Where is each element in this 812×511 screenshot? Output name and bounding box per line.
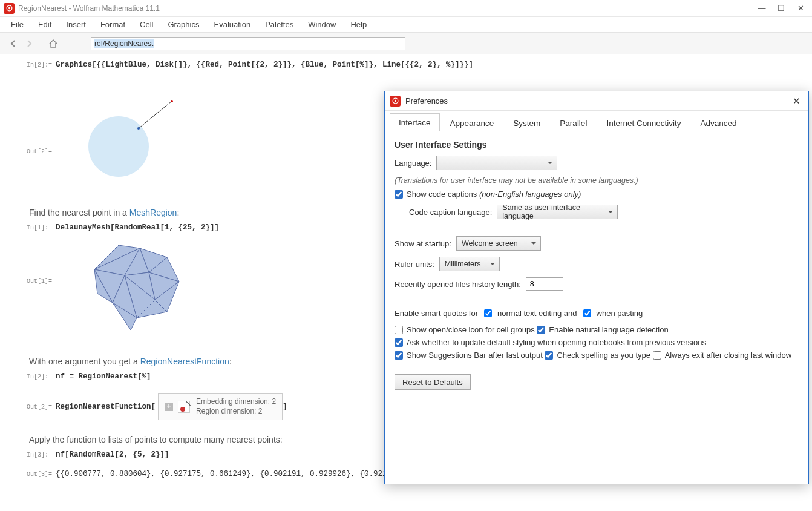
minimize-button[interactable]: — [758,4,766,13]
rnf-summary-box[interactable]: + Embedding dimension: 2 Region dimensio… [158,393,283,420]
back-button[interactable] [6,36,21,51]
menu-bar: File Edit Insert Format Cell Graphics Ev… [0,17,812,33]
out-label: Out[1]= [25,236,52,285]
in-label: In[3]:= [25,450,52,458]
show-captions-label: Show code captions (non-English language… [407,190,581,199]
svg-point-1 [137,127,140,130]
input-cell[interactable]: DelaunayMesh[RandomReal[1, {25, 2}]] [56,223,219,232]
always-exit-checkbox[interactable] [653,351,661,360]
menu-cell[interactable]: Cell [134,18,159,31]
out-label: Out[3]= [25,470,52,478]
forward-button[interactable] [22,36,36,51]
input-cell[interactable]: nf = RegionNearest[%] [56,372,151,381]
in-label: In[1]:= [25,223,52,231]
section-heading: User Interface Settings [395,140,799,150]
app-icon [4,3,15,14]
home-button[interactable] [46,36,61,51]
address-field[interactable]: ref/RegionNearest [91,37,405,50]
tab-interface[interactable]: Interface [390,113,440,131]
smart-quotes-label-b: normal text editing and [497,309,577,318]
window-title: RegionNearest - Wolfram Mathematica 11.1 [18,4,160,13]
startup-label: Show at startup: [395,239,451,248]
menu-edit[interactable]: Edit [32,18,57,31]
svg-line-0 [139,101,172,128]
app-icon [390,96,401,107]
reset-defaults-button[interactable]: Reset to Defaults [395,374,471,390]
input-cell[interactable]: Graphics[{{LightBlue, Disk[]}, {{Red, Po… [56,61,473,69]
address-value: ref/RegionNearest [94,39,154,48]
out-label: Out[2]= [25,403,52,410]
input-cell[interactable]: nf[RandomReal[2, {5, 2}]] [56,450,169,459]
close-button[interactable]: ✕ [796,4,805,13]
show-captions-checkbox[interactable] [395,190,403,199]
language-dropdown[interactable] [436,156,557,170]
dialog-close-button[interactable]: ✕ [789,96,804,107]
line-graphic [82,73,203,182]
smart-quotes-pasting-checkbox[interactable] [583,309,591,317]
suggestions-bar-checkbox[interactable] [395,351,403,360]
smart-quotes-label-c: when pasting [597,309,643,318]
natural-language-checkbox[interactable] [537,326,545,334]
tab-advanced[interactable]: Advanced [691,114,745,131]
expand-icon[interactable]: + [165,403,173,411]
tab-system[interactable]: System [504,114,549,131]
menu-window[interactable]: Window [302,18,342,31]
dialog-body: User Interface Settings Language: (Trans… [385,131,808,398]
menu-file[interactable]: File [5,18,30,31]
toolbar: ref/RegionNearest [0,33,812,54]
tab-parallel[interactable]: Parallel [551,114,596,131]
output-graphic-disk [82,73,203,182]
tab-appearance[interactable]: Appearance [441,114,503,131]
startup-dropdown[interactable]: Welcome screen [456,236,541,251]
regionnearestfunction-link[interactable]: RegionNearestFunction [140,357,229,366]
menu-evaluation[interactable]: Evaluation [208,18,257,31]
in-label: In[2]:= [25,61,52,68]
menu-graphics[interactable]: Graphics [162,18,205,31]
rnf-thumbnail-icon [178,401,190,413]
preferences-dialog: Preferences ✕ Interface Appearance Syste… [384,91,809,484]
update-styling-checkbox[interactable] [395,338,403,347]
smart-quotes-label-a: Enable smart quotes for [395,309,478,318]
menu-insert[interactable]: Insert [60,18,92,31]
dialog-titlebar: Preferences ✕ [385,91,808,111]
caption-lang-label: Code caption language: [409,208,492,217]
menu-format[interactable]: Format [94,18,131,31]
title-bar: RegionNearest - Wolfram Mathematica 11.1… [0,0,812,17]
in-label: In[2]:= [25,372,52,380]
dialog-title: Preferences [405,96,448,105]
caption-lang-dropdown[interactable]: Same as user interface language [497,205,618,219]
history-length-input[interactable] [526,277,563,291]
smart-quotes-editing-checkbox[interactable] [484,309,492,317]
output-graphic-mesh [82,239,191,342]
tab-strip: Interface Appearance System Parallel Int… [385,111,808,131]
ruler-label: Ruler units: [395,260,434,269]
open-close-icon-checkbox[interactable] [395,326,403,334]
output-cell: RegionNearestFunction[ + Embedding dimen… [56,393,287,420]
check-spelling-checkbox[interactable] [545,351,553,360]
ruler-dropdown[interactable]: Millimeters [439,257,500,271]
maximize-button[interactable]: ☐ [777,4,785,13]
translations-note: (Translations for user interface may not… [395,176,799,185]
out-label: Out[2]= [25,100,52,155]
meshregion-link[interactable]: MeshRegion [129,208,177,217]
language-label: Language: [395,159,431,168]
red-point [171,100,173,102]
menu-help[interactable]: Help [344,18,373,31]
menu-palettes[interactable]: Palettes [259,18,300,31]
tab-internet[interactable]: Internet Connectivity [597,114,690,131]
history-label: Recently opened files history length: [395,280,521,289]
